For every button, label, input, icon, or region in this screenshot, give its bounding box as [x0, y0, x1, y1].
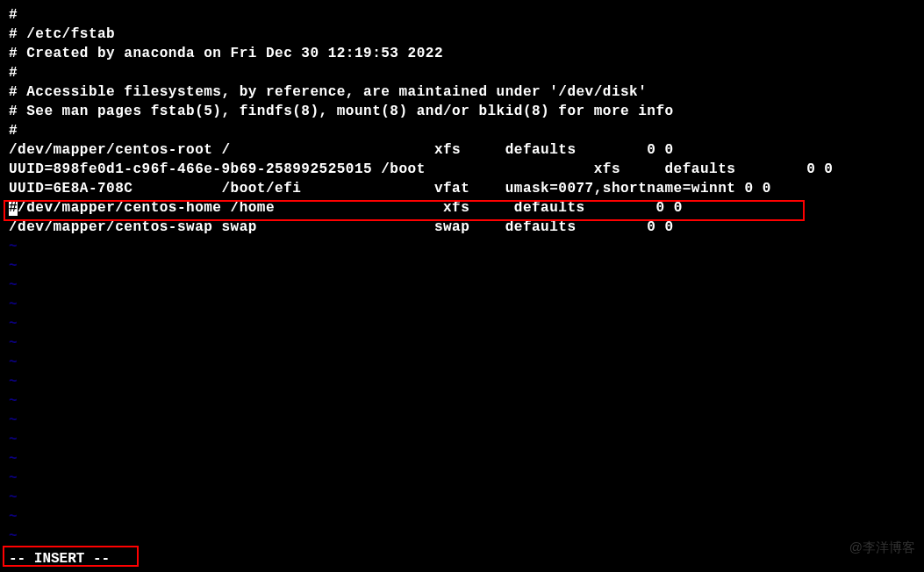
- text-line: #: [9, 121, 924, 140]
- text-line: UUID=898fe0d1-c96f-466e-9b69-25899252501…: [9, 160, 924, 179]
- text-line: /dev/mapper/centos-root / xfs defaults 0…: [9, 140, 924, 160]
- text-rest: /dev/mapper/centos-home /home xfs defaul…: [18, 200, 683, 216]
- watermark-text: @李洋博客: [849, 540, 915, 556]
- text-line: # See man pages fstab(5), findfs(8), mou…: [9, 102, 924, 121]
- empty-line-tilde: ~: [9, 372, 924, 391]
- empty-line-tilde: ~: [9, 507, 924, 526]
- empty-line-tilde: ~: [9, 430, 924, 449]
- text-line: /dev/mapper/centos-swap swap swap defaul…: [9, 218, 924, 237]
- empty-line-tilde: ~: [9, 256, 924, 275]
- vim-mode-indicator: -- INSERT --: [9, 551, 110, 567]
- empty-line-tilde: ~: [9, 488, 924, 507]
- empty-line-tilde: ~: [9, 237, 924, 256]
- empty-line-tilde: ~: [9, 333, 924, 353]
- empty-line-tilde: ~: [9, 275, 924, 295]
- empty-line-tilde: ~: [9, 449, 924, 468]
- empty-line-tilde: ~: [9, 295, 924, 314]
- text-line: # Created by anaconda on Fri Dec 30 12:1…: [9, 44, 924, 63]
- text-line: # Accessible filesystems, by reference, …: [9, 82, 924, 102]
- text-line: #: [9, 5, 924, 25]
- empty-line-tilde: ~: [9, 526, 924, 546]
- text-line: #: [9, 63, 924, 82]
- empty-line-tilde: ~: [9, 353, 924, 372]
- empty-line-tilde: ~: [9, 468, 924, 488]
- cursor: #: [9, 200, 18, 216]
- empty-line-tilde: ~: [9, 391, 924, 411]
- text-line: # /etc/fstab: [9, 25, 924, 44]
- empty-line-tilde: ~: [9, 411, 924, 430]
- text-line: UUID=6E8A-708C /boot/efi vfat umask=0077…: [9, 179, 924, 198]
- text-line-highlighted: #/dev/mapper/centos-home /home xfs defau…: [9, 198, 924, 218]
- editor-content[interactable]: # # /etc/fstab # Created by anaconda on …: [9, 5, 924, 546]
- empty-line-tilde: ~: [9, 314, 924, 333]
